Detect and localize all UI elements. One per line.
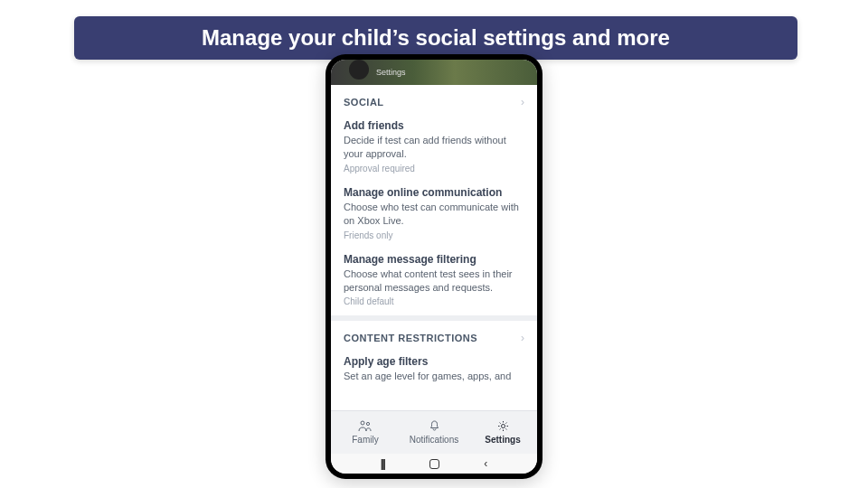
setting-value: Friends only <box>344 230 524 240</box>
home-icon[interactable] <box>429 459 439 469</box>
setting-message-filtering[interactable]: Manage message filtering Choose what con… <box>331 249 537 316</box>
bottom-nav: Family Notifications Settings <box>331 410 537 454</box>
setting-desc: Choose what content test sees in their p… <box>344 267 524 296</box>
header-subtitle: Settings <box>376 68 406 77</box>
setting-title: Manage online communication <box>344 186 524 199</box>
banner-text: Manage your child’s social settings and … <box>202 25 670 51</box>
gear-icon <box>497 420 509 434</box>
android-nav-bar: ||| ‹ <box>331 454 537 474</box>
section-title: CONTENT RESTRICTIONS <box>344 333 477 343</box>
bell-icon <box>429 420 440 434</box>
setting-title: Add friends <box>344 119 524 132</box>
nav-settings[interactable]: Settings <box>468 411 537 454</box>
nav-label: Settings <box>485 435 520 445</box>
setting-title: Apply age filters <box>344 355 524 368</box>
chevron-right-icon: › <box>521 96 524 108</box>
svg-point-2 <box>501 425 505 428</box>
setting-desc: Decide if test can add friends without y… <box>344 134 524 162</box>
screen-header: Settings <box>331 60 537 85</box>
nav-label: Notifications <box>410 435 458 445</box>
setting-add-friends[interactable]: Add friends Decide if test can add frien… <box>331 116 537 183</box>
setting-online-communication[interactable]: Manage online communication Choose who t… <box>331 183 537 249</box>
phone-screen: Settings SOCIAL › Add friends Decide if … <box>331 60 537 474</box>
setting-age-filters[interactable]: Apply age filters Set an age level for g… <box>331 352 537 394</box>
setting-desc: Set an age level for games, apps, and <box>344 370 524 383</box>
settings-scroll[interactable]: SOCIAL › Add friends Decide if test can … <box>331 85 537 410</box>
chevron-right-icon: › <box>521 332 524 344</box>
section-header-social[interactable]: SOCIAL › <box>331 85 537 116</box>
nav-notifications[interactable]: Notifications <box>400 411 468 454</box>
avatar <box>349 60 369 80</box>
section-header-content[interactable]: CONTENT RESTRICTIONS › <box>331 321 537 352</box>
setting-desc: Choose who test can communicate with on … <box>344 201 524 229</box>
page-banner: Manage your child’s social settings and … <box>74 16 797 60</box>
nav-family[interactable]: Family <box>331 411 400 454</box>
svg-point-0 <box>361 421 364 425</box>
svg-point-1 <box>366 422 369 425</box>
phone-frame: Settings SOCIAL › Add friends Decide if … <box>326 54 542 479</box>
setting-value: Approval required <box>344 164 524 174</box>
setting-value: Child default <box>344 296 524 306</box>
back-icon[interactable]: ‹ <box>484 457 487 470</box>
nav-label: Family <box>352 435 378 445</box>
family-icon <box>358 420 373 434</box>
section-title: SOCIAL <box>344 97 384 108</box>
recent-apps-icon[interactable]: ||| <box>381 457 384 470</box>
setting-title: Manage message filtering <box>344 253 524 266</box>
